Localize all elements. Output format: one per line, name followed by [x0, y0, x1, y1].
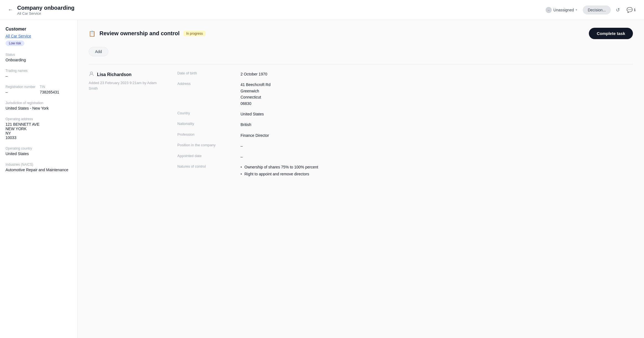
dob-row: Date of birth 2 October 1970	[177, 71, 633, 77]
sidebar-operating-country-section: Operating country United States	[6, 147, 72, 156]
header-title-group: Company onboarding All Car Service	[17, 4, 540, 16]
tin-group: TIN 738265431	[40, 85, 72, 94]
decision-button[interactable]: Decision...	[583, 6, 611, 14]
complete-task-button[interactable]: Complete task	[589, 28, 633, 39]
task-status-badge: In progress	[183, 31, 206, 36]
task-title: Review ownership and control	[99, 30, 180, 37]
sidebar-operating-address-section: Operating address 121 BENNETT AVE NEW YO…	[6, 117, 72, 140]
registration-number-value: –	[6, 90, 38, 94]
dob-label: Date of birth	[177, 71, 238, 75]
assignee-label: Unassigned	[553, 8, 574, 12]
country-row: Country United States	[177, 111, 633, 117]
comments-button[interactable]: 💬 1	[625, 6, 637, 14]
industries-value: Automotive Repair and Maintenance	[6, 168, 72, 172]
back-icon: ←	[8, 7, 13, 13]
main-layout: Customer All Car Service Low risk Status…	[0, 20, 644, 338]
list-item: Right to appoint and remove directors	[241, 171, 633, 177]
task-header: 📋 Review ownership and control In progre…	[89, 28, 633, 39]
tin-value: 738265431	[40, 90, 72, 94]
sidebar-customer-name[interactable]: All Car Service	[6, 34, 72, 38]
address-row: Address 41 Beechcroft Rd Greenwich Conne…	[177, 82, 633, 107]
profession-label: Profession	[177, 132, 238, 137]
profession-value: Finance Director	[241, 132, 633, 138]
sidebar-jurisdiction-section: Jurisdiction of registration United Stat…	[6, 101, 72, 110]
person-added-text: Added 23 February 2023 9:21am by Adam Sm…	[89, 80, 166, 91]
registration-tin-group: Registration number – TIN 738265431	[6, 85, 72, 94]
position-value: –	[241, 143, 633, 149]
status-value: Onboarding	[6, 58, 72, 62]
registration-number-label: Registration number	[6, 85, 38, 89]
tin-label: TIN	[40, 85, 72, 89]
person-left: Lisa Richardson Added 23 February 2023 9…	[89, 71, 166, 183]
operating-address-line2: NEW YORK	[6, 127, 72, 131]
operating-address-line4: 10033	[6, 135, 72, 140]
address-value: 41 Beechcroft Rd Greenwich Connecticut 0…	[241, 82, 633, 107]
svg-point-0	[90, 72, 93, 74]
sidebar-trading-names-section: Trading names –	[6, 69, 72, 78]
person-name: Lisa Richardson	[97, 72, 131, 77]
person-name-row: Lisa Richardson	[89, 71, 166, 78]
natures-list: Ownership of shares 75% to 100% percent …	[241, 164, 633, 177]
content-area: 📋 Review ownership and control In progre…	[78, 20, 644, 338]
jurisdiction-value: United States - New York	[6, 106, 72, 110]
natures-row: Natures of control Ownership of shares 7…	[177, 164, 633, 178]
nationality-value: British	[241, 122, 633, 128]
comments-count: 1	[634, 8, 636, 12]
appointed-date-label: Appointed date	[177, 154, 238, 158]
natures-label: Natures of control	[177, 164, 238, 168]
sidebar: Customer All Car Service Low risk Status…	[0, 20, 78, 338]
person-divider	[89, 64, 633, 64]
add-button[interactable]: Add	[89, 47, 108, 56]
task-title-group: 📋 Review ownership and control In progre…	[89, 30, 206, 37]
chevron-down-icon: ▾	[576, 8, 577, 12]
assignee-icon: –	[546, 7, 552, 13]
jurisdiction-label: Jurisdiction of registration	[6, 101, 72, 105]
task-icon: 📋	[89, 30, 96, 37]
position-row: Position in the company –	[177, 143, 633, 149]
trading-names-value: –	[6, 74, 72, 78]
operating-country-value: United States	[6, 152, 72, 156]
country-label: Country	[177, 111, 238, 115]
person-avatar-icon	[89, 71, 94, 78]
nationality-label: Nationality	[177, 122, 238, 126]
country-value: United States	[241, 111, 633, 117]
operating-address-line1: 121 BENNETT AVE	[6, 122, 72, 127]
natures-value: Ownership of shares 75% to 100% percent …	[241, 164, 633, 178]
page-title: Company onboarding	[17, 4, 540, 11]
operating-address-line3: NY	[6, 131, 72, 135]
risk-badge: Low risk	[6, 41, 24, 46]
dob-value: 2 October 1970	[241, 71, 633, 77]
history-icon: ↺	[616, 7, 620, 13]
industries-label: Industries (NAICS)	[6, 163, 72, 167]
operating-country-label: Operating country	[6, 147, 72, 150]
comments-icon: 💬	[627, 7, 633, 13]
status-label: Status	[6, 53, 72, 57]
address-label: Address	[177, 82, 238, 86]
sidebar-customer-heading: Customer	[6, 27, 72, 32]
sidebar-registration-section: Registration number – TIN 738265431	[6, 85, 72, 94]
page-subtitle: All Car Service	[17, 11, 540, 16]
person-card: Lisa Richardson Added 23 February 2023 9…	[89, 71, 633, 183]
position-label: Position in the company	[177, 143, 238, 147]
sidebar-status-section: Status Onboarding	[6, 53, 72, 62]
header-right: – Unassigned ▾ Decision... ↺ 💬 1	[543, 5, 637, 15]
assignee-button[interactable]: – Unassigned ▾	[543, 5, 579, 15]
appointed-date-row: Appointed date –	[177, 154, 633, 160]
person-details: Date of birth 2 October 1970 Address 41 …	[177, 71, 633, 183]
back-button[interactable]: ←	[7, 6, 14, 14]
nationality-row: Nationality British	[177, 122, 633, 128]
trading-names-label: Trading names	[6, 69, 72, 73]
top-header: ← Company onboarding All Car Service – U…	[0, 0, 644, 20]
registration-number-group: Registration number –	[6, 85, 38, 94]
operating-address-label: Operating address	[6, 117, 72, 121]
sidebar-industries-section: Industries (NAICS) Automotive Repair and…	[6, 163, 72, 172]
sidebar-customer-section: Customer All Car Service Low risk	[6, 27, 72, 46]
appointed-date-value: –	[241, 154, 633, 160]
profession-row: Profession Finance Director	[177, 132, 633, 138]
history-button[interactable]: ↺	[614, 6, 622, 14]
list-item: Ownership of shares 75% to 100% percent	[241, 164, 633, 170]
